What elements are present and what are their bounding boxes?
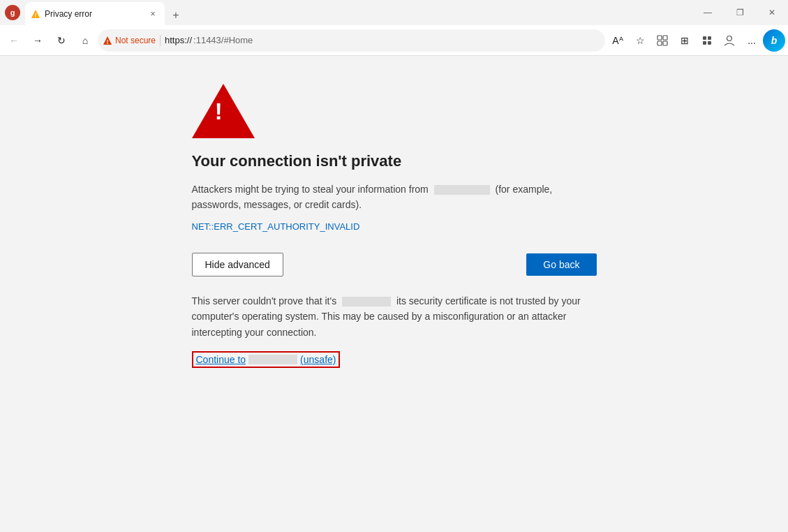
- address-divider: [160, 35, 161, 46]
- bing-label: b: [771, 35, 778, 46]
- go-back-button[interactable]: Go back: [526, 253, 596, 276]
- tabs-area: ! Privacy error × +: [25, 0, 692, 25]
- error-title: Your connection isn't private: [192, 152, 597, 170]
- tab-close-button[interactable]: ×: [147, 8, 159, 20]
- address-text: https:// :11443/#Home: [165, 35, 253, 45]
- address-bar[interactable]: ! Not secure https:// :11443/#Home: [98, 29, 605, 52]
- back-button[interactable]: ←: [3, 29, 25, 52]
- minimize-button[interactable]: —: [692, 0, 724, 25]
- restore-button[interactable]: ❐: [724, 0, 756, 25]
- navbar: ← → ↻ ⌂ ! Not secure https:// :11443/#Ho…: [0, 25, 788, 56]
- advanced-redacted: [342, 297, 391, 306]
- continue-unsafe-link[interactable]: (unsafe): [300, 354, 336, 365]
- hide-advanced-button[interactable]: Hide advanced: [192, 253, 283, 276]
- advanced-text-part1: This server couldn't prove that it's: [192, 295, 337, 306]
- svg-rect-11: [708, 41, 711, 45]
- action-buttons: Hide advanced Go back: [192, 253, 597, 276]
- svg-rect-9: [708, 36, 711, 40]
- svg-rect-8: [703, 36, 706, 40]
- error-desc-part1: Attackers might be trying to steal your …: [192, 184, 429, 195]
- extensions-icon: [657, 35, 668, 46]
- security-label: Not secure: [115, 36, 156, 45]
- copilot-button[interactable]: [718, 29, 741, 52]
- tab-favicon-icon: !: [31, 9, 40, 19]
- continue-link-box: Continue to (unsafe): [192, 351, 341, 368]
- tab-title: Privacy error: [45, 9, 142, 19]
- content-area: Your connection isn't private Attackers …: [0, 56, 788, 532]
- warning-icon-area: [192, 84, 597, 138]
- error-desc-redacted: [434, 185, 490, 195]
- split-button[interactable]: ⊞: [674, 29, 696, 52]
- profile-button[interactable]: g: [0, 0, 25, 25]
- svg-text:!: !: [35, 12, 37, 19]
- refresh-button[interactable]: ↻: [50, 29, 73, 52]
- active-tab[interactable]: ! Privacy error ×: [25, 2, 165, 25]
- titlebar: g ! Privacy error × + — ❐ ✕: [0, 0, 788, 25]
- svg-text:!: !: [107, 38, 109, 45]
- new-tab-button[interactable]: +: [166, 6, 186, 25]
- svg-rect-4: [657, 36, 662, 40]
- close-button[interactable]: ✕: [756, 0, 788, 25]
- error-description: Attackers might be trying to steal your …: [192, 182, 597, 213]
- more-button[interactable]: ...: [741, 29, 763, 52]
- address-https: https://: [165, 35, 192, 45]
- warning-icon: !: [103, 36, 112, 45]
- security-warning: ! Not secure: [103, 36, 156, 45]
- collections-button[interactable]: [696, 29, 718, 52]
- svg-rect-7: [663, 41, 667, 45]
- collections-icon: [701, 35, 713, 46]
- window-controls: — ❐ ✕: [692, 0, 788, 25]
- continue-link[interactable]: Continue to: [196, 354, 246, 365]
- error-code[interactable]: NET::ERR_CERT_AUTHORITY_INVALID: [192, 221, 597, 232]
- svg-point-12: [727, 36, 732, 40]
- continue-redacted: [248, 355, 297, 364]
- continue-link-area: Continue to (unsafe): [192, 351, 597, 368]
- forward-button[interactable]: →: [27, 29, 49, 52]
- error-triangle-icon: [192, 84, 255, 138]
- extensions-button[interactable]: [651, 29, 674, 52]
- read-aloud-button[interactable]: Aᴬ: [607, 29, 629, 52]
- advanced-section: This server couldn't prove that it's its…: [192, 293, 597, 340]
- profile-avatar: g: [5, 5, 20, 20]
- nav-right-buttons: Aᴬ ☆ ⊞: [607, 29, 785, 52]
- bing-button[interactable]: b: [763, 29, 785, 52]
- home-button[interactable]: ⌂: [74, 29, 96, 52]
- svg-rect-5: [663, 36, 667, 40]
- address-path: :11443/#Home: [193, 35, 253, 45]
- favorites-button[interactable]: ☆: [629, 29, 651, 52]
- copilot-icon: [724, 35, 735, 46]
- svg-rect-6: [657, 41, 662, 45]
- svg-rect-10: [703, 41, 706, 45]
- error-container: Your connection isn't private Attackers …: [178, 84, 611, 368]
